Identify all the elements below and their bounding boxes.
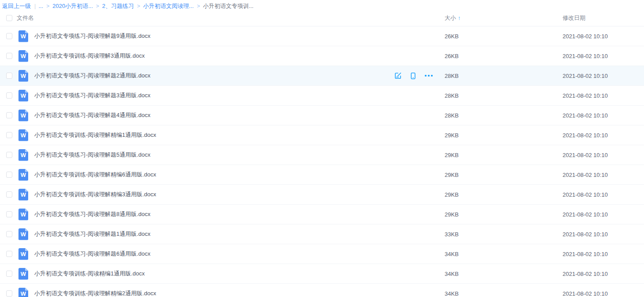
file-date: 2021-08-02 10:10 xyxy=(563,290,644,297)
row-checkbox[interactable] xyxy=(6,112,12,118)
file-date: 2021-08-02 10:10 xyxy=(563,271,644,277)
row-checkbox[interactable] xyxy=(6,33,12,39)
word-document-icon: W xyxy=(18,50,28,62)
file-date: 2021-08-02 10:10 xyxy=(563,92,644,99)
file-name[interactable]: 小升初语文专项练习-阅读理解题2通用版.docx xyxy=(34,72,151,80)
breadcrumb-separator: > xyxy=(96,3,99,9)
file-name[interactable]: 小升初语文专项练习-阅读理解题1通用版.docx xyxy=(34,230,151,238)
file-size: 34KB xyxy=(445,251,563,257)
table-row[interactable]: W 小升初语文专项练习-阅读理解题3通用版.docx xyxy=(0,86,644,106)
word-document-icon: W xyxy=(18,110,28,121)
word-document-icon: W xyxy=(18,90,28,102)
word-document-icon: W xyxy=(18,30,28,42)
file-name[interactable]: 小升初语文专项练习-阅读理解题6通用版.docx xyxy=(34,250,151,258)
table-row[interactable]: W 小升初语文专项训练-阅读理解精编1通用版.docx xyxy=(0,125,644,145)
file-date: 2021-08-02 10:10 xyxy=(563,251,644,257)
row-checkbox[interactable] xyxy=(6,53,12,59)
file-name[interactable]: 小升初语文专项练习-阅读理解题5通用版.docx xyxy=(34,151,151,159)
row-checkbox[interactable] xyxy=(6,290,12,297)
column-header-size[interactable]: 大小↑ xyxy=(445,14,563,22)
file-name[interactable]: 小升初语文专项训练-阅读理解精编2通用版.docx xyxy=(34,290,156,297)
edit-icon[interactable] xyxy=(394,72,402,80)
breadcrumb-link[interactable]: ... xyxy=(38,3,43,9)
breadcrumb-separator: > xyxy=(46,3,49,9)
breadcrumb-link[interactable]: 小升初语文阅读理... xyxy=(143,2,194,10)
file-date: 2021-08-02 10:10 xyxy=(563,73,644,79)
file-name[interactable]: 小升初语文专项训练-阅读理解3通用版.docx xyxy=(34,52,145,60)
file-size: 29KB xyxy=(445,211,563,218)
select-all-checkbox[interactable] xyxy=(6,15,12,21)
file-name[interactable]: 小升初语文专项训练-阅读理解精编1通用版.docx xyxy=(34,131,156,139)
table-row[interactable]: W 小升初语文专项训练-阅读理解精编2通用版.docx xyxy=(0,284,644,297)
row-checkbox[interactable] xyxy=(6,191,12,198)
table-row[interactable]: W 小升初语文专项练习-阅读理解题1通用版.docx xyxy=(0,224,644,244)
file-size: 29KB xyxy=(445,172,563,178)
row-actions xyxy=(394,72,433,80)
breadcrumb-back-link[interactable]: 返回上一级 xyxy=(2,2,31,10)
table-row[interactable]: W 小升初语文专项训练-阅读理解精编6通用版.docx xyxy=(0,165,644,185)
file-date: 2021-08-02 10:10 xyxy=(563,152,644,158)
file-size: 28KB xyxy=(445,92,563,99)
more-actions-icon[interactable] xyxy=(424,74,433,77)
column-header-date[interactable]: 修改日期 xyxy=(563,14,644,22)
row-checkbox[interactable] xyxy=(6,152,12,158)
file-date: 2021-08-02 10:10 xyxy=(563,53,644,59)
breadcrumb-current: 小升初语文专项训... xyxy=(203,2,254,10)
file-date: 2021-08-02 10:10 xyxy=(563,211,644,218)
file-size: 29KB xyxy=(445,132,563,139)
table-row[interactable]: W 小升初语文专项练习-阅读理解题5通用版.docx xyxy=(0,145,644,165)
breadcrumb-separator: > xyxy=(137,3,140,9)
breadcrumb: 返回上一级 | ...>2020小升初语...>2、习题练习>小升初语文阅读理.… xyxy=(0,0,644,10)
column-header-name[interactable]: 文件名 xyxy=(17,14,34,22)
breadcrumb-link[interactable]: 2020小升初语... xyxy=(52,2,93,10)
file-name[interactable]: 小升初语文专项训练-阅读理解精编3通用版.docx xyxy=(34,191,156,198)
file-name[interactable]: 小升初语文专项练习-阅读理解题8通用版.docx xyxy=(34,210,151,218)
row-checkbox[interactable] xyxy=(6,73,12,79)
breadcrumb-link[interactable]: 2、习题练习 xyxy=(102,2,134,10)
table-row[interactable]: W 小升初语文专项练习-阅读理解题9通用版.docx xyxy=(0,26,644,46)
file-name[interactable]: 小升初语文专项训练-阅读理解精编6通用版.docx xyxy=(34,171,156,179)
file-date: 2021-08-02 10:10 xyxy=(563,33,644,40)
word-document-icon: W xyxy=(18,248,28,260)
file-size: 29KB xyxy=(445,191,563,198)
table-row[interactable]: W 小升初语文专项训练-阅读理解精编3通用版.docx xyxy=(0,185,644,205)
row-checkbox[interactable] xyxy=(6,132,12,138)
table-row[interactable]: W 小升初语文专项训练-阅读精编1通用版.docx xyxy=(0,264,644,284)
table-row[interactable]: W 小升初语文专项练习-阅读理解题4通用版.docx xyxy=(0,106,644,125)
file-size: 26KB xyxy=(445,33,563,40)
word-document-icon: W xyxy=(18,129,28,141)
file-name[interactable]: 小升初语文专项练习-阅读理解题3通用版.docx xyxy=(34,92,151,99)
row-checkbox[interactable] xyxy=(6,271,12,277)
file-name[interactable]: 小升初语文专项练习-阅读理解题9通用版.docx xyxy=(34,32,151,40)
row-checkbox[interactable] xyxy=(6,172,12,178)
file-date: 2021-08-02 10:10 xyxy=(563,231,644,238)
word-document-icon: W xyxy=(18,209,28,220)
table-row[interactable]: W 小升初语文专项练习-阅读理解题6通用版.docx xyxy=(0,244,644,264)
table-header: 文件名 大小↑ 修改日期 xyxy=(0,10,644,26)
table-row[interactable]: W 小升初语文专项训练-阅读理解3通用版.docx xyxy=(0,46,644,66)
file-size: 29KB xyxy=(445,152,563,158)
word-document-icon: W xyxy=(18,228,28,240)
breadcrumb-separator: > xyxy=(197,3,200,9)
sort-ascending-icon[interactable]: ↑ xyxy=(458,15,461,21)
file-size: 33KB xyxy=(445,231,563,238)
file-date: 2021-08-02 10:10 xyxy=(563,191,644,198)
file-date: 2021-08-02 10:10 xyxy=(563,132,644,139)
word-document-icon: W xyxy=(18,149,28,161)
row-checkbox[interactable] xyxy=(6,92,12,99)
row-checkbox[interactable] xyxy=(6,251,12,257)
file-size: 26KB xyxy=(445,53,563,59)
row-checkbox[interactable] xyxy=(6,211,12,217)
word-document-icon: W xyxy=(18,288,28,297)
row-checkbox[interactable] xyxy=(6,231,12,237)
file-name[interactable]: 小升初语文专项训练-阅读精编1通用版.docx xyxy=(34,270,145,278)
file-size: 34KB xyxy=(445,271,563,277)
table-row[interactable]: W 小升初语文专项练习-阅读理解题8通用版.docx xyxy=(0,205,644,224)
send-to-phone-icon[interactable] xyxy=(409,72,417,80)
file-size: 34KB xyxy=(445,290,563,297)
file-size: 28KB xyxy=(445,73,563,79)
file-name[interactable]: 小升初语文专项练习-阅读理解题4通用版.docx xyxy=(34,111,151,119)
table-row[interactable]: W 小升初语文专项练习-阅读理解题2通用版.docx xyxy=(0,66,644,86)
breadcrumb-links: ...>2020小升初语...>2、习题练习>小升初语文阅读理...> xyxy=(38,2,203,10)
file-date: 2021-08-02 10:10 xyxy=(563,172,644,178)
